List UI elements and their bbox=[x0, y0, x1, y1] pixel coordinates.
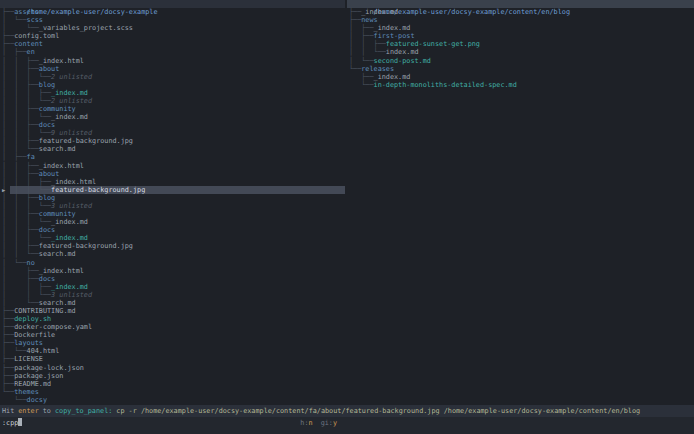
left-root-row[interactable]: /home/example-user/docsy-example bbox=[0, 0, 345, 8]
tree-row[interactable]: ├──config.toml bbox=[0, 32, 345, 40]
tree-row[interactable]: ├──CONTRIBUTING.md bbox=[0, 307, 345, 315]
branch-prefix: └── bbox=[2, 396, 27, 404]
tree-row[interactable]: │ │ │ └──2 unlisted bbox=[0, 97, 345, 105]
file-name: _index.html bbox=[39, 57, 84, 65]
branch-prefix: └── bbox=[349, 65, 361, 73]
tree-row[interactable]: │ └──no bbox=[0, 259, 345, 267]
tree-row[interactable]: │ │ ├──blog bbox=[0, 194, 345, 202]
branch-prefix: ├── bbox=[349, 73, 374, 81]
status-key-enter: enter bbox=[18, 407, 38, 415]
file-name: _index.html bbox=[39, 267, 84, 275]
file-name: _index.md bbox=[361, 8, 398, 16]
tree-row-selected[interactable]: ▶│ │ │ └──featured-background.jpg bbox=[0, 186, 345, 194]
unlisted-note: 2 unlisted bbox=[51, 97, 92, 105]
branch-prefix: │ └── bbox=[349, 57, 374, 65]
file-name: _index.html bbox=[39, 162, 84, 170]
tree-row[interactable]: │ │ │ └──2 unlisted bbox=[0, 73, 345, 81]
tree-row[interactable]: │ │ │ ├──_index.html bbox=[0, 178, 345, 186]
tree-row[interactable]: └──themes bbox=[0, 388, 345, 396]
tree-row[interactable]: ├──LICENSE bbox=[0, 355, 345, 363]
tree-row[interactable]: │ │ │ ├──_index.md bbox=[0, 89, 345, 97]
branch-prefix: │ │ │ └── bbox=[2, 97, 51, 105]
tree-row[interactable]: ├──docker-compose.yaml bbox=[0, 323, 345, 331]
tree-row[interactable]: │ │ ├──about bbox=[0, 65, 345, 73]
right-root-row[interactable]: /home/example-user/docsy-example/content… bbox=[347, 0, 694, 8]
tree-row[interactable]: ├──package.json bbox=[0, 372, 345, 380]
tree-row[interactable]: ├──package-lock.json bbox=[0, 364, 345, 372]
selection-arrow-icon: ▶ bbox=[2, 186, 5, 194]
tree-row[interactable]: │ │ ├──blog bbox=[0, 81, 345, 89]
dir-name: releases bbox=[361, 65, 394, 73]
tree-row[interactable]: ├──deploy.sh bbox=[0, 315, 345, 323]
branch-prefix: ├── bbox=[2, 364, 14, 372]
tree-row[interactable]: │ ├──_index.html bbox=[0, 267, 345, 275]
tree-row[interactable]: ├──README.md bbox=[0, 380, 345, 388]
dir-name: blog bbox=[39, 81, 55, 89]
tree-row[interactable]: │ │ │ └──_index.md bbox=[0, 113, 345, 121]
tree-row[interactable]: ├──assets bbox=[0, 8, 345, 16]
branch-prefix: ├── bbox=[2, 315, 14, 323]
tree-row[interactable]: └──docsy bbox=[0, 396, 345, 404]
tree-row[interactable]: │ │ └──search.md bbox=[0, 145, 345, 153]
input-value[interactable]: :cpp bbox=[2, 419, 18, 427]
dir-name: community bbox=[39, 210, 76, 218]
tree-row[interactable]: │ └──second-post.md bbox=[347, 57, 694, 65]
branch-prefix: ├── bbox=[2, 380, 14, 388]
tree-row[interactable]: │ │ ├──about bbox=[0, 170, 345, 178]
left-panel: /home/example-user/docsy-example ├──asse… bbox=[0, 0, 345, 405]
tree-row[interactable]: │ │ ├──_index.md bbox=[0, 283, 345, 291]
right-tree: ├──_index.md├──news│ ├──_index.md│ ├──fi… bbox=[347, 8, 694, 89]
tree-row[interactable]: ├──content bbox=[0, 40, 345, 48]
branch-prefix: │ │ ├── bbox=[2, 226, 39, 234]
file-name: _index.md bbox=[51, 89, 88, 97]
flag-gitignore[interactable]: gi:y bbox=[321, 419, 337, 427]
tree-row[interactable]: │ ├──fa bbox=[0, 153, 345, 161]
file-name: _index.md bbox=[51, 283, 88, 291]
tree-row[interactable]: ├──Dockerfile bbox=[0, 331, 345, 339]
tree-row[interactable]: │ ├──docs bbox=[0, 275, 345, 283]
input-bar[interactable]: :cpph:ngi:y bbox=[0, 417, 694, 434]
file-name: docker-compose.yaml bbox=[14, 323, 92, 331]
flag-hidden[interactable]: h:n bbox=[300, 419, 312, 427]
branch-prefix: │ │ │ ├── bbox=[2, 89, 51, 97]
branch-prefix: ├── bbox=[2, 8, 14, 16]
branch-prefix: │ │ ├── bbox=[2, 121, 39, 129]
tree-row[interactable]: ├──_index.md bbox=[347, 73, 694, 81]
branch-prefix: ├── bbox=[349, 8, 361, 16]
file-name: search.md bbox=[39, 145, 76, 153]
tree-row[interactable]: │ │ └──search.md bbox=[0, 250, 345, 258]
dir-name: docsy bbox=[27, 396, 47, 404]
dir-name: themes bbox=[14, 388, 39, 396]
dir-name: about bbox=[39, 170, 59, 178]
branch-prefix: │ │ ├── bbox=[2, 162, 39, 170]
branch-prefix: │ ├── bbox=[2, 275, 39, 283]
tree-row[interactable]: └──in-depth-monoliths-detailed-spec.md bbox=[347, 81, 694, 89]
branch-prefix: │ │ │ └── bbox=[2, 73, 51, 81]
tree-row[interactable]: │ │ ├──_index.html bbox=[0, 162, 345, 170]
tree-row[interactable]: │ ├──en bbox=[0, 48, 345, 56]
branch-prefix: │ │ ├── bbox=[2, 210, 39, 218]
tree-row[interactable]: └──releases bbox=[347, 65, 694, 73]
branch-prefix: │ │ ├── bbox=[2, 170, 39, 178]
file-name: _index.md bbox=[51, 113, 88, 121]
branch-prefix: │ │ ├── bbox=[2, 105, 39, 113]
tree-row[interactable]: │ │ ├──_index.html bbox=[0, 57, 345, 65]
branch-prefix: │ │ └── bbox=[349, 48, 386, 56]
tree-row[interactable]: │ │ └──3 unlisted bbox=[0, 291, 345, 299]
tree-row[interactable]: │ │ ├──community bbox=[0, 105, 345, 113]
dir-name: assets bbox=[14, 8, 39, 16]
tree-row[interactable]: │ │ │ └──_index.md bbox=[0, 218, 345, 226]
left-tree: ├──assets│ └──scss│ └──_variables_projec… bbox=[0, 8, 345, 404]
tree-row[interactable]: ├──_index.md bbox=[347, 8, 694, 16]
tree-row[interactable]: │ │ │ └──3 unlisted bbox=[0, 202, 345, 210]
branch-prefix: │ │ ├── bbox=[2, 194, 39, 202]
tree-row[interactable]: │ └──404.html bbox=[0, 347, 345, 355]
branch-prefix: ├── bbox=[2, 372, 14, 380]
broot-app: /home/example-user/docsy-example ├──asse… bbox=[0, 0, 694, 434]
tree-row[interactable]: │ └──search.md bbox=[0, 299, 345, 307]
dir-name: en bbox=[27, 48, 35, 56]
status-bar: Hitenterto copy_to_panel:cp -r /home/exa… bbox=[0, 405, 694, 417]
tree-row[interactable]: │ │ └──index.md bbox=[347, 48, 694, 56]
tree-row[interactable]: │ │ ├──community bbox=[0, 210, 345, 218]
unlisted-note: 3 unlisted bbox=[51, 202, 92, 210]
